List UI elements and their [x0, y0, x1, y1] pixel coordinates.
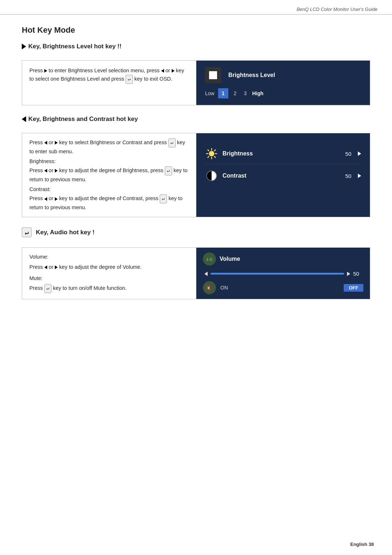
page-title: Hot Key Mode — [22, 25, 370, 35]
tri-r-icon — [55, 141, 58, 145]
section3-right: ♪♫ Volume 50 🔇 ON — [196, 248, 370, 299]
section2-table: Press or key to select Brightness or Con… — [22, 133, 370, 217]
contrast-label: Contrast — [222, 173, 341, 179]
contrast-icon-wrapper — [205, 169, 218, 182]
volume-value: 50 — [353, 271, 363, 277]
mute-speaker-icon: 🔇 — [205, 283, 214, 292]
brightness-row: Brightness 50 — [205, 143, 361, 164]
brightness-arrow-icon — [358, 151, 361, 156]
contrast-arrow-icon — [358, 174, 361, 178]
mute-off-button[interactable]: OFF — [344, 284, 363, 292]
mute-on-label: ON — [220, 285, 339, 291]
slider-right-arrow-icon — [347, 272, 350, 276]
tri-r2 — [55, 169, 58, 173]
section1-heading-text: Key, Brightness Level hot key !! — [28, 43, 122, 50]
footer-text: English 38 — [350, 542, 374, 547]
mute-icon: 🔇 — [203, 281, 216, 294]
contrast-value: 50 — [345, 173, 351, 179]
section2-contrast-desc: Press or key to adjust the degree of Con… — [29, 194, 189, 212]
level-1-selected: 1 — [218, 88, 228, 98]
mute-label-text: Mute: — [29, 274, 189, 283]
tri-right-icon2 — [172, 69, 175, 73]
section3-heading: ↵ Key, Audio hot key ! — [22, 227, 370, 237]
svg-point-0 — [209, 151, 214, 156]
sun-icon-wrapper — [205, 147, 218, 160]
brightness-level-row: Low 1 2 3 High — [205, 88, 361, 98]
volume-icon: ♪♫ — [203, 252, 216, 266]
svg-line-8 — [208, 157, 209, 158]
section2-right: Brightness 50 Contrast 50 — [196, 133, 370, 217]
enter-key4: ↵ — [160, 194, 167, 203]
section1-heading: Key, Brightness Level hot key !! — [22, 43, 370, 50]
section1-description: Press to enter Brightness Level selectio… — [29, 68, 184, 82]
brightness-value: 50 — [345, 151, 351, 157]
tri-l4 — [44, 266, 47, 269]
level-3: 3 — [242, 90, 249, 96]
volume-title-row: ♪♫ Volume — [203, 252, 363, 266]
tri-right-icon — [44, 69, 47, 73]
page-footer: English 38 — [350, 542, 374, 547]
section2-brightness-label: Brightness: — [29, 157, 189, 166]
tri-r3 — [55, 197, 58, 201]
triangle-left-icon — [22, 116, 26, 122]
section2-heading-text: Key, Brightness and Contrast hot key — [28, 116, 138, 123]
svg-line-5 — [208, 150, 209, 151]
speaker-music-icon: ♪♫ — [204, 254, 215, 264]
section2-heading: Key, Brightness and Contrast hot key — [22, 116, 370, 123]
sun-icon — [206, 148, 217, 159]
section2-left: Press or key to select Brightness or Con… — [22, 133, 196, 217]
header-text: BenQ LCD Color Monitor User's Guide — [297, 7, 377, 12]
enter-key2: ↵ — [168, 138, 176, 147]
tri-l3 — [44, 197, 47, 201]
mute-row: 🔇 ON OFF — [203, 281, 363, 294]
enter-key: ↵ — [126, 75, 133, 84]
svg-line-6 — [215, 157, 216, 158]
enter-key3: ↵ — [165, 166, 172, 175]
level-high: High — [252, 90, 264, 96]
volume-desc: Press or key to adjust the degree of Vol… — [29, 263, 189, 271]
tri-l2 — [44, 169, 47, 173]
slider-left-arrow-icon — [204, 272, 208, 276]
enter-key-heading: ↵ — [22, 227, 32, 237]
svg-text:🔇: 🔇 — [206, 285, 212, 291]
brightness-icon-box — [205, 67, 221, 83]
volume-slider-track — [211, 273, 344, 275]
section3-heading-text: Key, Audio hot key ! — [36, 229, 95, 236]
section1-table: Press to enter Brightness Level selectio… — [22, 60, 370, 105]
section3-left: Volume: Press or key to adjust the degre… — [22, 248, 196, 299]
svg-text:♪♫: ♪♫ — [206, 256, 213, 262]
volume-slider-row: 50 — [203, 271, 363, 277]
triangle-right-icon — [22, 44, 26, 49]
section1-left: Press to enter Brightness Level selectio… — [22, 61, 196, 105]
section2-brightness-desc: Press or key to adjust the degree of Bri… — [29, 166, 189, 184]
level-low: Low — [205, 90, 215, 96]
tri-l-icon — [44, 141, 47, 145]
level-2: 2 — [232, 90, 238, 96]
enter-key5: ↵ — [44, 284, 52, 293]
brightness-level-title: Brightness Level — [228, 72, 275, 78]
tri-left-icon — [161, 69, 164, 73]
svg-line-7 — [215, 150, 216, 151]
brightness-panel-title: Brightness Level — [205, 67, 361, 83]
mute-desc: Press ↵ key to turn on/off Mute function… — [29, 284, 189, 293]
volume-label-text: Volume: — [29, 253, 189, 261]
brightness-icon-inner — [209, 71, 217, 79]
section3-table: Volume: Press or key to adjust the degre… — [22, 247, 370, 299]
page-header: BenQ LCD Color Monitor User's Guide — [0, 0, 392, 15]
brightness-label: Brightness — [222, 150, 341, 157]
enter-key-large: ↵ — [22, 227, 32, 237]
tri-r4 — [55, 266, 58, 269]
page-content: Hot Key Mode Key, Brightness Level hot k… — [0, 15, 392, 331]
section2-contrast-label: Contrast: — [29, 185, 189, 194]
contrast-row: Contrast 50 — [205, 166, 361, 186]
volume-label: Volume — [220, 256, 240, 262]
contrast-icon — [206, 170, 217, 182]
section1-right: Brightness Level Low 1 2 3 High — [196, 61, 370, 105]
section2-line1: Press or key to select Brightness or Con… — [29, 138, 189, 156]
